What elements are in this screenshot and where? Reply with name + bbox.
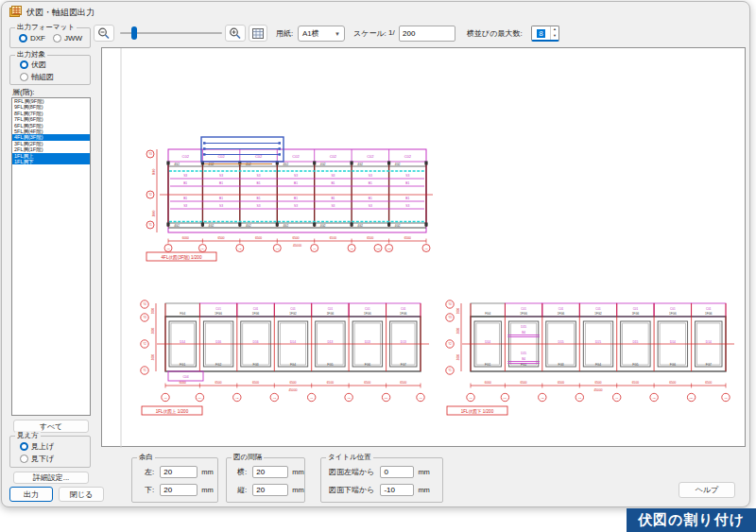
preview-drawing: C02C02C02C02C02C02C02S3B1B1S34G24G2S3B1B…: [102, 48, 745, 452]
svg-text:S3: S3: [257, 204, 261, 208]
svg-text:6500: 6500: [705, 381, 712, 385]
radio-miage[interactable]: 見上げ: [20, 441, 54, 452]
title-left-unit: mm: [418, 468, 430, 476]
margin-group: 余白 左: mm 下: mm: [131, 457, 218, 503]
radio-fusezu[interactable]: 伏図: [20, 60, 46, 70]
detail-settings-button[interactable]: 詳細設定...: [13, 472, 89, 484]
close-button[interactable]: 閉じる: [59, 487, 104, 502]
svg-text:4G2: 4G2: [174, 163, 180, 166]
svg-text:FG3: FG3: [252, 363, 258, 367]
corner-banner: 伏図の割り付け: [627, 508, 756, 532]
svg-text:3000: 3000: [151, 327, 155, 334]
svg-text:6500: 6500: [594, 381, 601, 385]
svg-text:S3: S3: [331, 204, 335, 208]
svg-text:4G2: 4G2: [246, 224, 251, 228]
svg-text:C01: C01: [558, 307, 564, 311]
svg-text:S3: S3: [405, 204, 409, 208]
svg-text:1FG6: 1FG6: [400, 312, 407, 316]
preview-canvas[interactable]: C02C02C02C02C02C02C02S3B1B1S34G24G2S3B1B…: [101, 47, 746, 447]
banner-label: 伏図の割り付け: [638, 511, 745, 529]
layer-listbox[interactable]: RFL層(9F階)9FL層(8F階)8FL層(7F階)7FL層(6F階)6FL層…: [11, 97, 91, 416]
svg-text:FG4: FG4: [180, 312, 185, 316]
svg-text:6000: 6000: [152, 168, 156, 175]
svg-text:B1: B1: [331, 181, 335, 185]
grid-icon: [252, 28, 264, 39]
svg-text:D14: D14: [670, 340, 676, 344]
svg-text:3000: 3000: [151, 353, 155, 360]
svg-text:6500: 6500: [252, 381, 259, 385]
svg-text:C01: C01: [365, 307, 370, 311]
svg-text:1FG6: 1FG6: [215, 312, 222, 316]
view-group: 見え方 見上げ 見下げ: [9, 436, 91, 468]
svg-text:S3: S3: [405, 174, 409, 178]
svg-text:S3: S3: [183, 204, 187, 208]
format-group-label: 出力フォーマット: [15, 23, 77, 32]
svg-text:Y1: Y1: [148, 223, 152, 227]
svg-text:D14: D14: [485, 340, 490, 344]
svg-text:D14: D14: [290, 340, 296, 344]
svg-text:1FL伏図上 1/200: 1FL伏図上 1/200: [156, 409, 189, 415]
radio-jww[interactable]: JWW: [53, 34, 82, 43]
export-dialog: 伏図・軸組図出力 出力フォーマット DXF JWW 出力対象 伏図 軸組図 層(…: [1, 1, 750, 507]
zoom-out-button[interactable]: [94, 25, 114, 42]
svg-text:X5A: X5A: [384, 397, 388, 400]
svg-text:1FG6: 1FG6: [364, 312, 371, 316]
spacing-v-label: 縦:: [237, 485, 247, 495]
svg-text:3000: 3000: [456, 327, 460, 334]
scale-input[interactable]: [399, 26, 455, 42]
svg-text:S3: S3: [257, 174, 261, 178]
svg-text:C01: C01: [328, 307, 334, 311]
title-position-group: タイトル位置 図面左端から mm 図面下端から mm: [320, 457, 443, 503]
layer-list-item[interactable]: 1FL層下: [12, 159, 90, 164]
svg-text:4G2: 4G2: [320, 163, 326, 166]
output-button[interactable]: 出力: [9, 487, 53, 502]
spacing-v-input[interactable]: [252, 484, 288, 496]
radio-jikugumi[interactable]: 軸組図: [20, 72, 54, 82]
paper-select[interactable]: A1横 ▼: [298, 26, 345, 42]
svg-text:6500: 6500: [669, 381, 676, 385]
title-bottom-label: 図面下端から: [329, 485, 374, 495]
svg-text:4G2: 4G2: [209, 163, 215, 166]
svg-text:1FG6: 1FG6: [558, 312, 565, 316]
svg-text:FG5: FG5: [632, 363, 638, 367]
svg-text:B1: B1: [405, 197, 409, 200]
svg-text:S3: S3: [369, 174, 372, 178]
svg-text:45000: 45000: [293, 244, 301, 248]
svg-text:D15: D15: [558, 340, 564, 344]
svg-text:6500: 6500: [255, 236, 262, 240]
svg-text:D13: D13: [365, 340, 370, 344]
max-count-spinner[interactable]: 8 ▲ ▼: [531, 26, 559, 42]
svg-text:3000: 3000: [456, 353, 460, 360]
radio-dxf[interactable]: DXF: [19, 34, 45, 43]
svg-text:S3: S3: [219, 174, 223, 178]
zoom-slider-handle[interactable]: [131, 26, 137, 40]
svg-text:FG7: FG7: [401, 363, 406, 367]
spinner-up-icon[interactable]: ▲: [551, 26, 558, 33]
help-button[interactable]: ヘルプ: [679, 482, 735, 498]
paper-label: 用紙:: [276, 28, 293, 39]
svg-text:S3: S3: [219, 204, 223, 208]
svg-text:X5A: X5A: [689, 397, 694, 400]
margin-bottom-input[interactable]: [160, 484, 198, 496]
svg-text:Y2: Y2: [448, 342, 452, 346]
title-bottom-input[interactable]: [380, 484, 414, 496]
zoom-in-button[interactable]: [225, 25, 246, 42]
radio-fusezu-circle: [20, 60, 28, 69]
magnifier-minus-icon: [97, 27, 111, 40]
title-left-input[interactable]: [380, 466, 414, 478]
spinner-down-icon[interactable]: ▼: [551, 33, 558, 40]
svg-text:FG2: FG2: [215, 363, 221, 367]
fit-view-button[interactable]: [249, 25, 267, 42]
svg-text:Y3: Y3: [143, 316, 146, 319]
margin-left-input[interactable]: [160, 466, 198, 478]
max-count-value: 8: [537, 29, 544, 38]
spinner-arrows[interactable]: ▲ ▼: [550, 26, 558, 40]
title-position-label: タイトル位置: [326, 453, 373, 462]
svg-text:Y2: Y2: [143, 342, 146, 346]
zoom-slider[interactable]: [120, 25, 222, 42]
margin-left-unit: mm: [201, 468, 214, 476]
spacing-h-input[interactable]: [252, 466, 288, 478]
svg-text:C02: C02: [330, 154, 337, 159]
radio-misage[interactable]: 見下げ: [20, 454, 54, 464]
margin-left-label: 左:: [145, 467, 154, 477]
